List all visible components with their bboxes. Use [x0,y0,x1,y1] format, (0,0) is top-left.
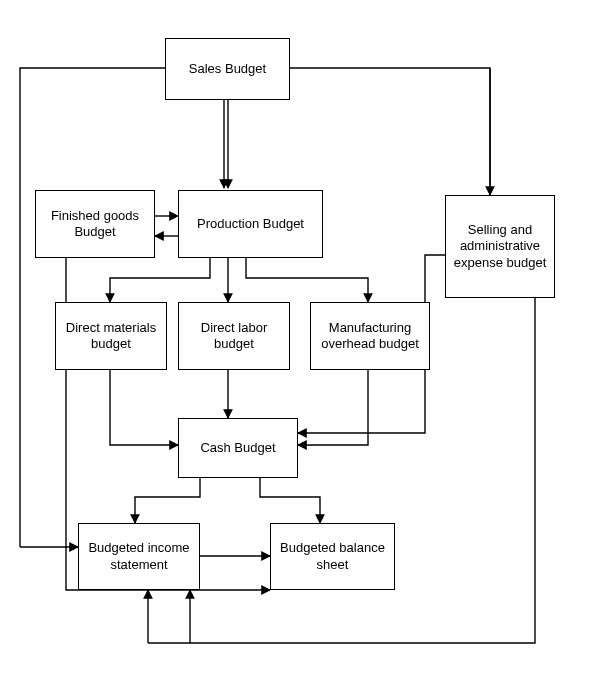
node-direct-labor-budget: Direct labor budget [178,302,290,370]
node-label: Selling and administrative expense budge… [450,222,550,271]
node-label: Budgeted income statement [83,540,195,573]
node-label: Budgeted balance sheet [275,540,390,573]
node-mfg-overhead-budget: Manufacturing overhead budget [310,302,430,370]
node-label: Production Budget [197,216,304,232]
node-label: Cash Budget [200,440,275,456]
node-production-budget: Production Budget [178,190,323,258]
flowchart-canvas: Sales Budget Finished goods Budget Produ… [0,0,608,674]
node-direct-materials-budget: Direct materials budget [55,302,167,370]
node-sales-budget: Sales Budget [165,38,290,100]
node-finished-goods-budget: Finished goods Budget [35,190,155,258]
node-label: Finished goods Budget [40,208,150,241]
node-selling-admin-budget: Selling and administrative expense budge… [445,195,555,298]
node-label: Sales Budget [189,61,266,77]
node-budgeted-balance-sheet: Budgeted balance sheet [270,523,395,590]
node-cash-budget: Cash Budget [178,418,298,478]
node-label: Direct labor budget [183,320,285,353]
node-label: Manufacturing overhead budget [315,320,425,353]
node-budgeted-income-statement: Budgeted income statement [78,523,200,590]
node-label: Direct materials budget [60,320,162,353]
